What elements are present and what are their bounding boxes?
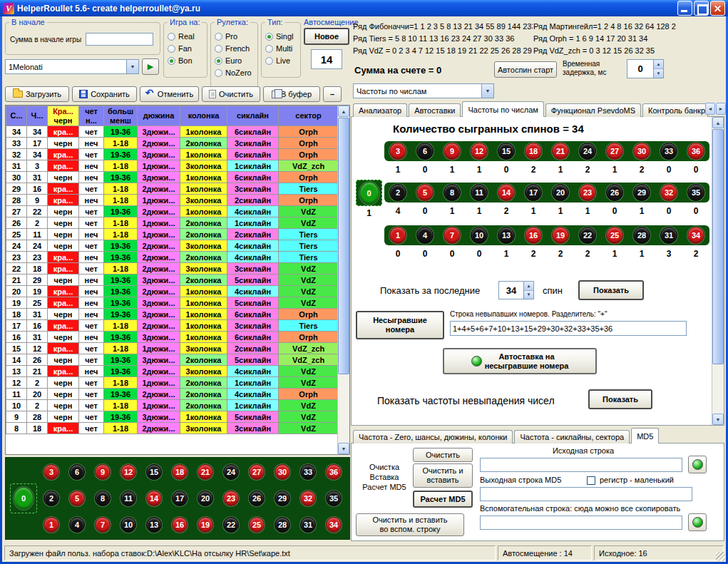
freq-show-button[interactable]: Показать bbox=[588, 389, 652, 409]
history-row[interactable]: 1321кра...неч19-362дюжи...3колонка4сикла… bbox=[6, 366, 339, 377]
number-chip-24[interactable]: 24 bbox=[223, 464, 239, 480]
load-button[interactable]: Загрузить bbox=[5, 86, 69, 102]
number-chip-21[interactable]: 21 bbox=[198, 464, 213, 480]
radio-fan[interactable]: Fan bbox=[168, 44, 203, 53]
history-row[interactable]: 1512кра...чет1-181дюжи...3колонка2сиклай… bbox=[6, 343, 339, 354]
md5-output-input[interactable] bbox=[480, 487, 692, 501]
radio-pro[interactable]: Pro bbox=[215, 32, 254, 41]
history-row[interactable]: 2323кра...неч19-362дюжи...2колонка4сикла… bbox=[6, 252, 339, 263]
number-chip-8[interactable]: 8 bbox=[444, 184, 461, 201]
spin-down-icon[interactable] bbox=[654, 69, 663, 78]
resize-grip[interactable] bbox=[716, 552, 725, 561]
number-chip-12[interactable]: 12 bbox=[471, 143, 488, 160]
number-chip-21[interactable]: 21 bbox=[552, 143, 569, 160]
history-row[interactable]: 2218кра...чет1-182дюжи...3колонка3сиклай… bbox=[6, 263, 339, 275]
history-row[interactable]: 1426чернчет19-363дюжи...2колонка5сиклайн… bbox=[6, 354, 339, 366]
number-chip-34[interactable]: 34 bbox=[687, 227, 704, 244]
chevron-down-icon[interactable] bbox=[126, 60, 138, 73]
delay-spinner[interactable]: 0 bbox=[627, 59, 664, 78]
number-chip-29[interactable]: 29 bbox=[633, 184, 650, 201]
tab-scroll-right-icon[interactable] bbox=[716, 103, 726, 115]
history-row[interactable]: 1631черннеч19-363дюжи...1колонка6сиклайн… bbox=[6, 332, 339, 343]
radio-multi[interactable]: Multi bbox=[265, 44, 297, 53]
number-chip-13[interactable]: 13 bbox=[146, 517, 162, 533]
number-chip-5[interactable]: 5 bbox=[69, 491, 85, 506]
number-chip-26[interactable]: 26 bbox=[606, 184, 623, 201]
number-chip-9[interactable]: 9 bbox=[95, 464, 111, 480]
to-buffer-button[interactable]: В буфер bbox=[263, 86, 320, 102]
number-chip-11[interactable]: 11 bbox=[121, 491, 136, 506]
number-chip-34[interactable]: 34 bbox=[326, 517, 342, 533]
md5-clear-paste-button[interactable]: Очистить ивставить bbox=[413, 463, 473, 488]
history-row[interactable]: 1831черннеч19-363дюжи...1колонка6сиклайн… bbox=[6, 309, 339, 320]
scroll-up-icon[interactable] bbox=[712, 117, 724, 128]
preset-combobox[interactable]: 1Melonati bbox=[5, 59, 139, 74]
autobet-missing-button[interactable]: Автоставка нанесыгравшие номера bbox=[443, 348, 597, 374]
number-chip-26[interactable]: 26 bbox=[249, 491, 265, 506]
missing-numbers-button[interactable]: Несыгравшиеномера bbox=[356, 311, 444, 339]
number-chip-17[interactable]: 17 bbox=[172, 491, 188, 506]
number-chip-18[interactable]: 18 bbox=[525, 143, 542, 160]
number-chip-7[interactable]: 7 bbox=[95, 517, 111, 533]
scrollbar-thumb[interactable] bbox=[712, 129, 724, 364]
number-chip-15[interactable]: 15 bbox=[146, 464, 162, 480]
scrollbar-thumb[interactable] bbox=[338, 118, 349, 374]
history-row[interactable]: 2019кра...неч19-362дюжи...1колонка4сикла… bbox=[6, 286, 339, 297]
md5-clear-aux-button[interactable]: Очистить и вставитьво вспом. строку bbox=[356, 513, 464, 536]
autoshift-new-button[interactable]: Новое bbox=[304, 28, 349, 45]
number-chip-1[interactable]: 1 bbox=[389, 227, 406, 244]
number-chip-36[interactable]: 36 bbox=[326, 464, 342, 480]
tab-md5[interactable]: MD5 bbox=[631, 428, 659, 443]
number-chip-20[interactable]: 20 bbox=[552, 184, 569, 201]
history-row[interactable]: 313кра...неч1-181дюжи...3колонка1сиклайн… bbox=[6, 160, 339, 172]
md5-source-input[interactable] bbox=[480, 458, 682, 472]
close-button[interactable] bbox=[710, 1, 725, 16]
number-chip-24[interactable]: 24 bbox=[579, 143, 596, 160]
number-chip-1[interactable]: 1 bbox=[43, 517, 59, 533]
number-chip-3[interactable]: 3 bbox=[43, 464, 59, 480]
number-chip-19[interactable]: 19 bbox=[552, 227, 569, 244]
history-row[interactable]: 3434кра...чет19-363дюжи...1колонка6сикла… bbox=[6, 126, 339, 138]
number-chip-6[interactable]: 6 bbox=[69, 464, 85, 480]
show-last-button[interactable]: Показать bbox=[578, 280, 644, 300]
number-chip-31[interactable]: 31 bbox=[300, 517, 316, 533]
md5-clear-button[interactable]: Очистить bbox=[413, 448, 473, 462]
radio-real[interactable]: Real bbox=[168, 32, 203, 41]
md5-aux-led-button[interactable] bbox=[688, 513, 707, 531]
number-chip-32[interactable]: 32 bbox=[300, 491, 316, 506]
scroll-up-icon[interactable] bbox=[338, 106, 349, 117]
number-chip-16[interactable]: 16 bbox=[172, 517, 188, 533]
undo-button[interactable]: Отменить bbox=[140, 86, 199, 102]
tab-frequencies[interactable]: Частоты по числам bbox=[462, 101, 543, 117]
history-row[interactable]: 2129черннеч19-363дюжи...2колонка5сиклайн… bbox=[6, 275, 339, 286]
number-chip-14[interactable]: 14 bbox=[498, 184, 515, 201]
number-chip-22[interactable]: 22 bbox=[579, 227, 596, 244]
save-button[interactable]: Сохранить bbox=[72, 86, 137, 102]
number-chip-30[interactable]: 30 bbox=[275, 464, 290, 480]
tab-autobets[interactable]: Автоставки bbox=[409, 103, 461, 117]
maximize-button[interactable] bbox=[694, 1, 709, 16]
number-chip-16[interactable]: 16 bbox=[525, 227, 542, 244]
run-preset-button[interactable] bbox=[142, 58, 159, 75]
number-chip-20[interactable]: 20 bbox=[198, 491, 213, 506]
history-row[interactable]: 2511черннеч1-181дюжи...2колонка2сиклайнT… bbox=[6, 229, 339, 240]
history-row[interactable]: 289кра...неч1-181дюжи...3колонка2сиклайн… bbox=[6, 195, 339, 206]
number-chip-32[interactable]: 32 bbox=[660, 184, 677, 201]
number-chip-13[interactable]: 13 bbox=[498, 227, 515, 244]
number-chip-30[interactable]: 30 bbox=[633, 143, 650, 160]
number-chip-28[interactable]: 28 bbox=[275, 517, 290, 533]
number-chip-14[interactable]: 14 bbox=[146, 491, 162, 506]
autospin-start-button[interactable]: Автоспин старт bbox=[494, 61, 557, 78]
tab-scroll-left-icon[interactable] bbox=[705, 103, 715, 115]
number-chip-19[interactable]: 19 bbox=[198, 517, 213, 533]
md5-calc-button[interactable]: Расчет MD5 bbox=[413, 491, 473, 508]
number-chip-7[interactable]: 7 bbox=[444, 227, 461, 244]
number-chip-0[interactable]: 0 bbox=[359, 182, 379, 205]
tab-bankroll[interactable]: Контроль банкро bbox=[642, 103, 708, 117]
scroll-down-icon[interactable] bbox=[712, 414, 724, 425]
history-row[interactable]: 928чернчет19-363дюжи...1колонка5сиклайнV… bbox=[6, 411, 339, 423]
radio-euro[interactable]: Euro bbox=[215, 56, 254, 65]
number-chip-28[interactable]: 28 bbox=[633, 227, 650, 244]
spin-up-icon[interactable] bbox=[524, 282, 533, 291]
register-checkbox[interactable] bbox=[587, 476, 595, 485]
